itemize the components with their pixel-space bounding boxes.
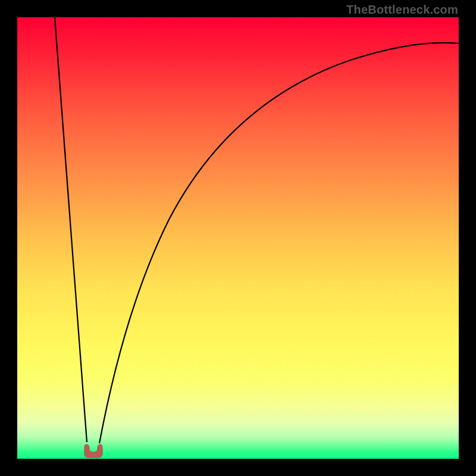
- bottleneck-curve: [17, 17, 459, 459]
- u-notch-icon: [84, 444, 102, 458]
- plot-area: [17, 17, 459, 459]
- optimal-point-marker: [83, 443, 104, 459]
- curve-left-branch: [55, 17, 87, 442]
- chart-frame: TheBottleneck.com: [0, 0, 476, 476]
- curve-right-branch: [99, 43, 459, 443]
- watermark-text: TheBottleneck.com: [346, 3, 458, 17]
